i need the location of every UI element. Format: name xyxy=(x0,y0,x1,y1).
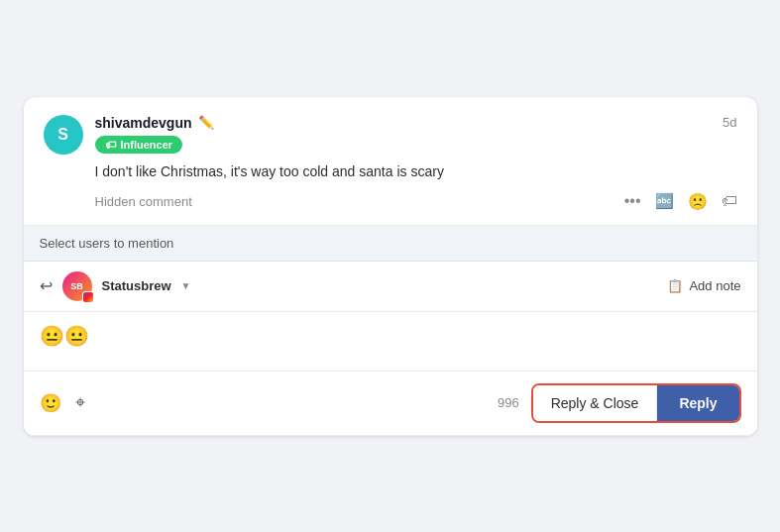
comment-header: S shivamdevgun ✏️ 5d 🏷 Influencer I don'… xyxy=(44,115,737,211)
reply-buttons-group: Reply & Close Reply xyxy=(531,383,741,423)
username: shivamdevgun xyxy=(95,115,192,131)
edit-icon[interactable]: ✏️ xyxy=(198,115,214,130)
instagram-icon xyxy=(82,291,94,303)
badge-label: Influencer xyxy=(121,139,173,151)
comment-body: shivamdevgun ✏️ 5d 🏷 Influencer I don't … xyxy=(95,115,737,211)
badge-icon: 🏷 xyxy=(105,139,116,151)
char-count: 996 xyxy=(498,395,519,410)
reply-left: ↩ SB Statusbrew ▼ xyxy=(40,271,191,301)
chevron-down-icon[interactable]: ▼ xyxy=(181,280,191,291)
account-avatar: SB xyxy=(62,271,92,301)
tag-icon[interactable]: 🏷 xyxy=(722,192,737,210)
note-icon: 📋 xyxy=(667,278,683,293)
account-name: Statusbrew xyxy=(102,278,171,293)
avatar: S xyxy=(44,115,83,155)
bottom-left: 🙂 ⌖ xyxy=(40,392,85,414)
hidden-label: Hidden comment xyxy=(95,194,192,209)
reply-toolbar: ↩ SB Statusbrew ▼ 📋 Add note xyxy=(24,262,757,312)
reply-close-button[interactable]: Reply & Close xyxy=(533,385,658,421)
reply-panel: Select users to mention ↩ SB Statusbrew … xyxy=(24,226,757,436)
reply-arrow-icon: ↩ xyxy=(40,276,53,295)
add-note-button[interactable]: 📋 Add note xyxy=(667,278,740,293)
reply-emoji: 😐😐 xyxy=(40,325,89,347)
translate-icon[interactable]: 🔤 xyxy=(655,192,674,210)
comment-footer: Hidden comment ••• 🔤 🙁 🏷 xyxy=(95,192,737,211)
influencer-badge: 🏷 Influencer xyxy=(95,136,183,154)
add-note-label: Add note xyxy=(689,278,740,293)
comment-section: S shivamdevgun ✏️ 5d 🏷 Influencer I don'… xyxy=(24,97,757,226)
reply-button[interactable]: Reply xyxy=(657,385,738,421)
reply-bottom: 🙂 ⌖ 996 Reply & Close Reply xyxy=(24,372,757,435)
comment-card: S shivamdevgun ✏️ 5d 🏷 Influencer I don'… xyxy=(24,97,757,436)
emoji-picker-icon[interactable]: 🙂 xyxy=(40,392,61,414)
reaction-icon[interactable]: 🙁 xyxy=(688,192,708,211)
mention-header: Select users to mention xyxy=(24,226,757,262)
mention-icon[interactable]: ⌖ xyxy=(75,392,85,413)
reply-content-area[interactable]: 😐😐 xyxy=(24,312,757,372)
comment-meta: shivamdevgun ✏️ 5d xyxy=(95,115,737,131)
comment-actions: ••• 🔤 🙁 🏷 xyxy=(624,192,737,211)
more-options-icon[interactable]: ••• xyxy=(624,192,641,210)
comment-text: I don't like Christmas, it's way too col… xyxy=(95,161,737,182)
time-ago: 5d xyxy=(723,115,736,130)
comment-user: shivamdevgun ✏️ xyxy=(95,115,214,131)
